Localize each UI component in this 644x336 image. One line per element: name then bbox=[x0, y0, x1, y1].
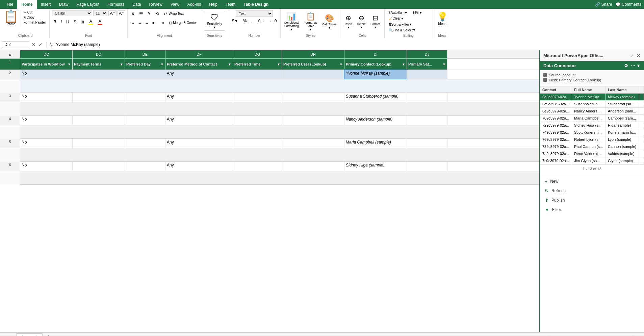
sort-filter-button[interactable]: ⇅ Sort & Filter ▼ bbox=[387, 22, 414, 27]
cell-5-dc[interactable]: No bbox=[20, 139, 73, 148]
sheet-nav-left[interactable]: ◄ bbox=[3, 335, 9, 336]
align-right-button[interactable]: ≡ bbox=[144, 19, 150, 26]
row-header-3[interactable]: 3 bbox=[0, 93, 20, 102]
cell-reference-input[interactable] bbox=[2, 41, 29, 48]
filter-di[interactable]: ▼ bbox=[402, 62, 405, 66]
table-row[interactable]: 789c3979-02a... Paul Cannon (s... Cannon… bbox=[540, 143, 644, 150]
italic-button[interactable]: I bbox=[59, 19, 63, 25]
fill-color-button[interactable]: A bbox=[87, 18, 95, 26]
col-header-di[interactable]: DI bbox=[344, 50, 407, 58]
copy-button[interactable]: ⎘ Copy bbox=[22, 15, 47, 20]
filter-dg[interactable]: ▼ bbox=[277, 62, 280, 66]
cell-3-dc[interactable]: No bbox=[20, 93, 73, 102]
header-cell-dc[interactable]: Participates in Workflow ▼ bbox=[20, 59, 73, 70]
font-decrease-button[interactable]: A⁻ bbox=[118, 10, 126, 16]
formula-expand-icon[interactable]: ✕ bbox=[30, 42, 37, 47]
tab-draw[interactable]: Draw bbox=[55, 0, 73, 9]
col-header-df[interactable]: DF bbox=[165, 50, 233, 58]
row-header-2[interactable]: 2 bbox=[0, 70, 20, 79]
col-header-dd[interactable]: DD bbox=[73, 50, 125, 58]
cell-5-dj[interactable] bbox=[407, 139, 447, 148]
header-cell-dj[interactable]: Primary Sat... ▼ bbox=[407, 59, 447, 70]
align-center-button[interactable]: ≡ bbox=[137, 19, 143, 26]
decrease-indent-button[interactable]: ⇤ bbox=[151, 19, 158, 26]
cell-4-dg[interactable] bbox=[233, 116, 282, 125]
cell-3-dj[interactable] bbox=[407, 93, 447, 102]
h-scroll-right[interactable]: ► bbox=[637, 335, 641, 336]
table-row[interactable]: 729c3979-02a... Sidney Higa (s... Higa (… bbox=[540, 122, 644, 129]
tab-home[interactable]: Home bbox=[17, 0, 36, 9]
delete-button[interactable]: ⊖ Delete ▼ bbox=[355, 13, 368, 30]
formula-cancel-icon[interactable]: ✓ bbox=[37, 42, 44, 47]
align-left-button[interactable]: ≡ bbox=[130, 19, 136, 26]
table-row[interactable]: 7a9c3979-02a... Rene Valdes (s... Valdes… bbox=[540, 150, 644, 157]
cell-6-de[interactable] bbox=[125, 162, 165, 171]
add-sheet-button[interactable]: + bbox=[44, 334, 53, 336]
table-row[interactable]: 749c3979-02a... Scott Konersm... Konersm… bbox=[540, 129, 644, 136]
font-increase-button[interactable]: A⁺ bbox=[108, 10, 117, 16]
filter-dd[interactable]: ▼ bbox=[120, 62, 123, 66]
filter-dc[interactable]: ▼ bbox=[68, 62, 71, 66]
increase-indent-button[interactable]: ⇥ bbox=[159, 19, 166, 26]
cell-6-dg[interactable] bbox=[233, 162, 282, 171]
col-header-dh[interactable]: DH bbox=[282, 50, 344, 58]
cell-3-dg[interactable] bbox=[233, 93, 282, 102]
filter-de[interactable]: ▼ bbox=[160, 62, 164, 66]
font-color-button[interactable]: A bbox=[96, 18, 104, 26]
select-all-button[interactable]: ▲ bbox=[8, 52, 12, 57]
cell-4-dd[interactable] bbox=[73, 116, 125, 125]
header-cell-dh[interactable]: Preferred User (Lookup) ▼ bbox=[282, 59, 344, 70]
cell-2-dc[interactable]: No bbox=[20, 70, 73, 79]
panel-table-container[interactable]: Contact Full Name Last Name 6a9c3979-02a… bbox=[540, 86, 644, 164]
conditional-formatting-button[interactable]: 📊 ConditionalFormatting ▼ bbox=[283, 11, 300, 32]
col-header-dg[interactable]: DG bbox=[233, 50, 282, 58]
publish-action[interactable]: ⬆ Publish bbox=[543, 196, 641, 205]
strikethrough-button[interactable]: S bbox=[72, 19, 78, 25]
header-cell-df[interactable]: Preferred Method of Contact ▼ bbox=[165, 59, 233, 70]
header-cell-di[interactable]: Primary Contact (Lookup) ▼ bbox=[344, 59, 407, 70]
tab-data[interactable]: Data bbox=[128, 0, 145, 9]
panel-expand-icon[interactable]: ⤢ bbox=[630, 53, 634, 58]
cell-4-dc[interactable]: No bbox=[20, 116, 73, 125]
tab-review[interactable]: Review bbox=[145, 0, 166, 9]
percent-button[interactable]: % bbox=[241, 18, 248, 24]
cell-6-dd[interactable] bbox=[73, 162, 125, 171]
cell-2-dd[interactable] bbox=[73, 70, 125, 79]
tab-addins[interactable]: Add-ins bbox=[183, 0, 205, 9]
font-size-select[interactable]: 11 bbox=[93, 10, 107, 16]
autosum-button[interactable]: Σ AutoSum ▼ bbox=[387, 10, 410, 15]
cell-3-dd[interactable] bbox=[73, 93, 125, 102]
format-button[interactable]: ⊟ Format ▼ bbox=[368, 13, 382, 30]
cell-2-di[interactable]: Yvonne McKay (sample) bbox=[344, 70, 407, 79]
tab-table-design[interactable]: Table Design bbox=[239, 0, 273, 9]
cell-2-df[interactable]: Any bbox=[165, 70, 233, 79]
cell-2-de[interactable] bbox=[125, 70, 165, 79]
filter-dh[interactable]: ▼ bbox=[339, 62, 343, 66]
cell-4-dj[interactable] bbox=[407, 116, 447, 125]
col-header-dc[interactable]: DC bbox=[20, 50, 73, 58]
share-button[interactable]: 🔗 Share bbox=[595, 2, 612, 7]
cell-3-df[interactable]: Any bbox=[165, 93, 233, 102]
tab-page-layout[interactable]: Page Layout bbox=[73, 0, 103, 9]
row-header-4[interactable]: 4 bbox=[0, 116, 20, 125]
cell-3-di[interactable]: Susanna Stubberod (sample) bbox=[344, 93, 407, 102]
cell-4-dh[interactable] bbox=[282, 116, 344, 125]
cell-6-dc[interactable]: No bbox=[20, 162, 73, 171]
number-format-select[interactable]: Text bbox=[236, 10, 273, 17]
cell-6-dj[interactable] bbox=[407, 162, 447, 171]
cell-2-dg[interactable] bbox=[233, 70, 282, 79]
table-row[interactable]: 769c3979-02a... Robert Lyon (s... Lyon (… bbox=[540, 136, 644, 143]
cell-2-dh[interactable] bbox=[282, 70, 344, 79]
cell-5-dg[interactable] bbox=[233, 139, 282, 148]
header-cell-de[interactable]: Preferred Day ▼ bbox=[125, 59, 165, 70]
cell-styles-button[interactable]: 🎨 Cell Styles ▼ bbox=[320, 13, 338, 30]
row-header-5[interactable]: 5 bbox=[0, 139, 20, 148]
cell-6-dh[interactable] bbox=[282, 162, 344, 171]
comments-button[interactable]: 💬 Comments bbox=[616, 2, 641, 7]
merge-center-button[interactable]: ⊡ Merge & Center bbox=[167, 20, 199, 26]
tab-insert[interactable]: Insert bbox=[37, 0, 55, 9]
col-header-dj[interactable]: DJ bbox=[407, 50, 447, 58]
cell-5-dd[interactable] bbox=[73, 139, 125, 148]
align-top-button[interactable]: ⊼ bbox=[130, 10, 136, 17]
dc-more-icon[interactable]: ⋯ ▼ bbox=[631, 63, 641, 68]
